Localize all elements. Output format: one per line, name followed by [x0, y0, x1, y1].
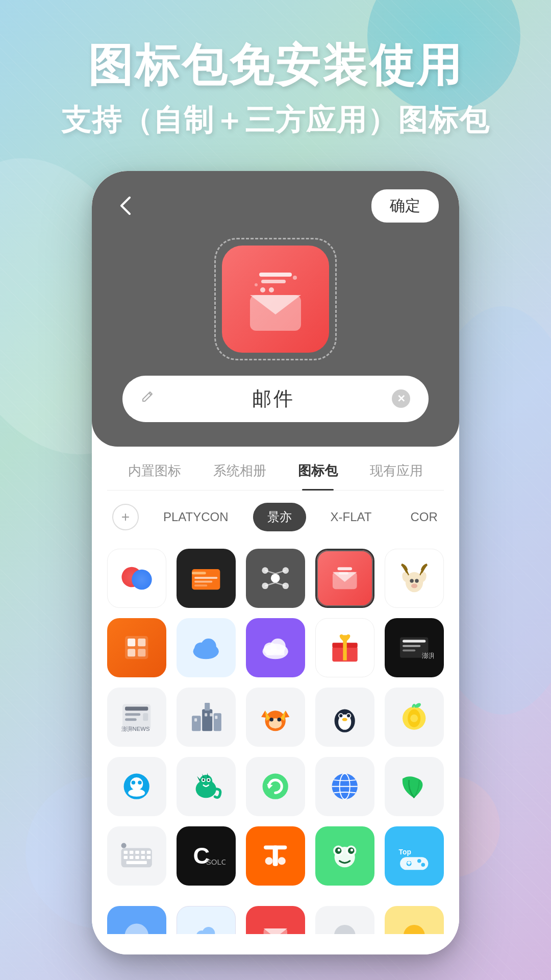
icon-lemon[interactable] [385, 688, 444, 747]
back-button[interactable] [112, 192, 139, 219]
svg-point-94 [138, 780, 142, 785]
icon-office[interactable] [107, 618, 166, 677]
filter-jingyi[interactable]: 景亦 [253, 503, 306, 531]
icon-taobao[interactable] [246, 826, 305, 886]
icon-preview-wrapper [214, 238, 337, 360]
icon-myfile[interactable] [177, 549, 236, 608]
tab-album[interactable]: 系统相册 [213, 462, 266, 490]
svg-point-104 [263, 774, 288, 799]
icon-grid: 澎湃 澎湃NEWS [107, 544, 444, 891]
svg-rect-116 [130, 856, 134, 859]
filter-platycon[interactable]: PLATYCON [149, 504, 243, 530]
icon-animal[interactable] [385, 549, 444, 608]
svg-rect-14 [194, 577, 217, 579]
svg-point-121 [121, 843, 127, 848]
icon-molecule[interactable] [246, 549, 305, 608]
icon-frog[interactable] [315, 826, 374, 886]
svg-marker-27 [333, 572, 357, 582]
svg-point-88 [410, 715, 418, 722]
filter-add-button[interactable]: + [112, 504, 139, 530]
icon-mail-selected[interactable] [315, 549, 374, 608]
icon-cloud-purple[interactable] [246, 618, 305, 677]
svg-rect-112 [135, 851, 139, 854]
icon-penguin[interactable] [315, 688, 374, 747]
icon-soloop[interactable]: C SOLOOP [177, 826, 236, 886]
filter-cor[interactable]: COR [396, 504, 444, 530]
confirm-button[interactable]: 确定 [371, 189, 439, 223]
phone-top-area: 确定 [92, 171, 459, 447]
name-input-field[interactable]: 邮件 ✕ [122, 376, 429, 422]
svg-point-11 [132, 570, 152, 590]
icon-building[interactable] [177, 688, 236, 747]
svg-point-84 [347, 714, 350, 717]
svg-rect-59 [125, 713, 140, 716]
svg-rect-37 [128, 639, 135, 646]
svg-rect-120 [127, 861, 147, 864]
svg-point-127 [278, 857, 286, 865]
svg-text:SOLOOP: SOLOOP [206, 857, 226, 866]
svg-point-6 [293, 276, 297, 280]
svg-text:澎湃NEWS: 澎湃NEWS [121, 726, 150, 732]
svg-point-83 [339, 714, 342, 717]
icon-cloud-light[interactable] [177, 618, 236, 677]
svg-point-78 [278, 718, 282, 722]
icon-qq[interactable] [107, 757, 166, 816]
mail-app-icon [235, 258, 316, 340]
svg-point-134 [350, 849, 353, 851]
svg-rect-15 [194, 581, 212, 583]
partial-icon-5[interactable] [385, 906, 444, 934]
partial-icon-4[interactable] [315, 906, 374, 934]
icon-gift[interactable] [315, 618, 374, 677]
clear-button[interactable]: ✕ [392, 389, 410, 408]
svg-rect-53 [403, 640, 425, 643]
header-area: 图标包免安装使用 支持（自制＋三方应用）图标包 [0, 0, 551, 140]
tabs-row: 内置图标 系统相册 图标包 现有应用 [107, 447, 444, 491]
svg-point-31 [410, 579, 413, 582]
svg-point-149 [404, 925, 425, 934]
icon-refresh[interactable] [246, 757, 305, 816]
phone-mockup: 确定 [92, 171, 459, 954]
svg-point-93 [132, 780, 136, 785]
edit-icon [141, 390, 155, 408]
svg-point-92 [129, 789, 145, 797]
svg-rect-63 [192, 716, 201, 731]
partial-icon-2[interactable] [177, 906, 236, 934]
svg-rect-39 [128, 649, 135, 656]
icon-leaf[interactable] [385, 757, 444, 816]
partial-icon-3[interactable] [246, 906, 305, 934]
svg-rect-26 [333, 572, 357, 589]
icon-keyboard[interactable] [107, 826, 166, 886]
svg-rect-40 [138, 649, 146, 656]
svg-point-32 [415, 579, 418, 582]
partial-icon-1[interactable] [107, 906, 166, 934]
filter-xflat[interactable]: X-FLAT [316, 504, 386, 530]
svg-point-85 [342, 718, 347, 721]
tab-iconpack[interactable]: 图标包 [298, 462, 338, 490]
svg-point-4 [260, 287, 265, 292]
svg-rect-1 [261, 280, 286, 283]
icon-fox[interactable] [246, 688, 305, 747]
svg-point-145 [202, 927, 215, 934]
tab-apps[interactable]: 现有应用 [370, 462, 423, 490]
icon-topgame[interactable]: Top [385, 826, 444, 886]
app-name-text: 邮件 [163, 386, 384, 412]
icon-pengpai[interactable]: 澎湃 [385, 618, 444, 677]
icon-pingpong[interactable] [107, 549, 166, 608]
svg-rect-16 [194, 584, 207, 586]
svg-point-139 [421, 863, 425, 867]
icon-preview-area [112, 238, 439, 360]
svg-rect-38 [138, 639, 146, 646]
svg-point-126 [265, 857, 273, 865]
svg-rect-60 [125, 718, 137, 721]
svg-rect-65 [214, 713, 221, 731]
icon-dino[interactable] [177, 757, 236, 816]
phone-bottom-area: 内置图标 系统相册 图标包 现有应用 + PLATYCON 景亦 X-FLAT … [92, 447, 459, 954]
icon-globe[interactable] [315, 757, 374, 816]
svg-point-138 [417, 859, 421, 863]
svg-rect-119 [147, 856, 151, 859]
svg-point-5 [269, 287, 274, 292]
svg-rect-69 [210, 713, 213, 716]
tab-builtin[interactable]: 内置图标 [128, 462, 181, 490]
svg-rect-28 [338, 567, 353, 570]
icon-news[interactable]: 澎湃NEWS [107, 688, 166, 747]
